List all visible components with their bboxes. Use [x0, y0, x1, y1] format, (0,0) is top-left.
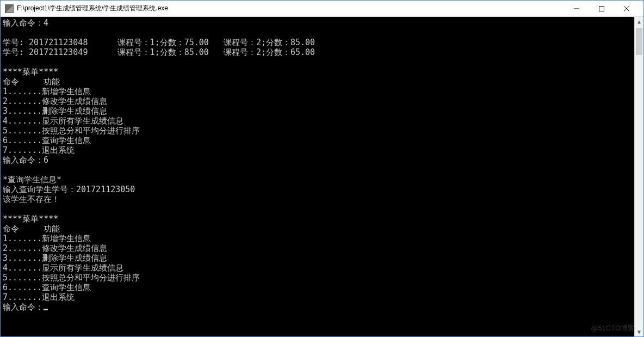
console-line: 5.......按照总分和平均分进行排序 [3, 273, 641, 283]
scroll-up-arrow-icon[interactable]: ▲ [635, 17, 643, 26]
console-line: 该学生不存在！ [3, 194, 641, 204]
console-line: 6.......查询学生信息 [3, 283, 641, 292]
console-line: 6.......查询学生信息 [3, 136, 641, 145]
console-line: 命令 功能 [3, 224, 641, 234]
console-line: ****菜单**** [3, 214, 641, 224]
console-line: 1.......新增学生信息 [3, 87, 641, 96]
console-output[interactable]: 输入命令：4 学号: 201721123048 课程号：1;分数：75.00 课… [1, 17, 643, 336]
console-line: 4.......显示所有学生成绩信息 [3, 263, 641, 273]
scrollbar-thumb[interactable] [636, 28, 642, 55]
minimize-icon [574, 6, 579, 11]
console-line: 2.......修改学生成绩信息 [3, 243, 641, 253]
console-line: *查询学生信息* [3, 175, 641, 185]
close-button[interactable] [614, 1, 639, 17]
maximize-icon [599, 6, 604, 11]
console-line: 学号: 201721123048 课程号：1;分数：75.00 课程号：2;分数… [3, 38, 641, 47]
console-line [3, 204, 641, 214]
console-line: 3.......删除学生成绩信息 [3, 106, 641, 116]
console-line: ****菜单**** [3, 67, 641, 77]
console-line [3, 165, 641, 175]
console-line: 命令 功能 [3, 77, 641, 87]
console-line [3, 28, 641, 38]
console-prompt: 输入命令： [3, 302, 44, 312]
console-prompt-line: 输入命令： [3, 302, 641, 312]
console-line: 1.......新增学生信息 [3, 234, 641, 243]
window-controls [564, 1, 639, 17]
console-line: 7.......退出系统 [3, 145, 641, 155]
app-icon [5, 4, 14, 13]
scroll-down-arrow-icon[interactable]: ▼ [635, 327, 643, 336]
console-line: 4.......显示所有学生成绩信息 [3, 116, 641, 126]
window-title: F:\project1\学生成绩管理系统\学生成绩管理系统.exe [17, 4, 564, 13]
console-window: F:\project1\学生成绩管理系统\学生成绩管理系统.exe 输入命令：4… [1, 1, 643, 336]
console-line: 2.......修改学生成绩信息 [3, 96, 641, 106]
vertical-scrollbar[interactable]: ▲ ▼ [634, 17, 643, 336]
watermark: @51CTO博客 [591, 323, 635, 333]
minimize-button[interactable] [564, 1, 589, 17]
svg-rect-1 [599, 6, 604, 11]
close-icon [624, 6, 629, 11]
console-line: 输入命令：6 [3, 155, 641, 165]
maximize-button[interactable] [589, 1, 614, 17]
text-cursor [44, 309, 48, 310]
titlebar[interactable]: F:\project1\学生成绩管理系统\学生成绩管理系统.exe [1, 1, 643, 17]
console-line: 3.......删除学生成绩信息 [3, 253, 641, 263]
console-line: 学号: 201721123049 课程号：1;分数：85.00 课程号：2;分数… [3, 47, 641, 57]
console-line: 输入命令：4 [3, 18, 641, 28]
console-line: 输入查询学生学号：201721123050 [3, 185, 641, 194]
console-line: 7.......退出系统 [3, 292, 641, 302]
console-line [3, 57, 641, 67]
console-line: 5.......按照总分和平均分进行排序 [3, 126, 641, 136]
